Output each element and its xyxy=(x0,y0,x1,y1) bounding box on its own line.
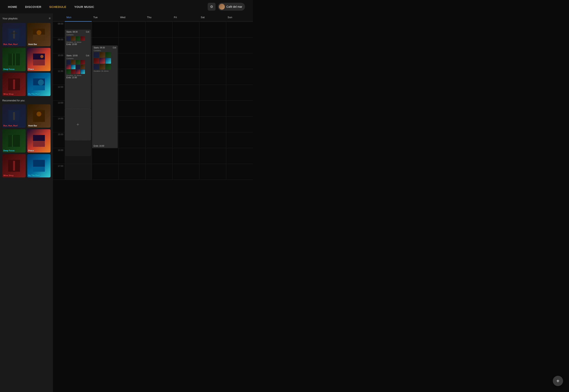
rec-deep-focus[interactable]: Deep Focus xyxy=(2,129,26,153)
tue-thumb-8 xyxy=(106,64,111,70)
cell-thu-1700[interactable] xyxy=(145,164,172,180)
cell-fri-1100[interactable] xyxy=(172,69,199,85)
cell-thu-1300[interactable] xyxy=(145,101,172,117)
cell-tue-0800[interactable] xyxy=(92,22,119,38)
svg-rect-15 xyxy=(33,85,45,90)
cell-thu-1100[interactable] xyxy=(145,69,172,85)
cell-wed-1300[interactable] xyxy=(119,101,145,117)
cell-sat-1000[interactable] xyxy=(199,53,226,69)
cell-mon-1700[interactable] xyxy=(65,164,92,180)
tue-thumb-5 xyxy=(106,58,111,64)
cell-fri-1300[interactable] xyxy=(172,101,199,117)
cell-fri-1400[interactable] xyxy=(172,117,199,132)
cell-thu-1600[interactable] xyxy=(145,148,172,164)
filter-icon[interactable]: ≡ xyxy=(49,17,51,20)
cell-sun-1300[interactable] xyxy=(226,101,253,117)
tue-block-starts: Starts: 09:30 xyxy=(94,47,105,49)
mon-schedule-block-1[interactable]: Starts: 08:30 Edit Contains: Duration: 1… xyxy=(65,30,91,53)
cell-thu-1200[interactable] xyxy=(145,85,172,101)
cal-header-wed[interactable]: Wed xyxy=(119,14,145,22)
cell-tue-1600[interactable] xyxy=(92,148,119,164)
cell-sat-0900[interactable] xyxy=(199,38,226,53)
cell-sun-1000[interactable] xyxy=(226,53,253,69)
playlist-label-4: Wine Shop xyxy=(3,93,14,95)
cell-fri-1500[interactable] xyxy=(172,132,199,148)
mon-schedule-block-2[interactable]: Starts: 10:00 Edit Contains: xyxy=(65,53,91,109)
cell-fri-0800[interactable] xyxy=(172,22,199,38)
user-button[interactable]: Café del mar xyxy=(218,3,245,11)
playlist-peace[interactable]: Peace xyxy=(27,48,51,71)
cell-thu-1400[interactable] xyxy=(145,117,172,132)
cal-header-sat[interactable]: Sat xyxy=(199,14,226,22)
cal-header-tue[interactable]: Tue xyxy=(92,14,119,22)
svg-point-16 xyxy=(38,79,44,85)
svg-rect-2 xyxy=(11,33,17,34)
block2-thumb-6 xyxy=(76,65,80,69)
playlist-label-0: Run, Run, Run! xyxy=(3,43,18,45)
mon-add-block[interactable]: + xyxy=(65,109,91,140)
cell-tue-1700[interactable] xyxy=(92,164,119,180)
nav-schedule[interactable]: SCHEDULE xyxy=(49,5,66,9)
cal-header-fri[interactable]: Fri xyxy=(172,14,199,22)
cell-sat-1400[interactable] xyxy=(199,117,226,132)
cell-sat-1100[interactable] xyxy=(199,69,226,85)
cell-sat-1600[interactable] xyxy=(199,148,226,164)
tue-schedule-block[interactable]: Starts: 09:30 Edit Contains: xyxy=(92,45,118,148)
cell-sat-0800[interactable] xyxy=(199,22,226,38)
rec-peace[interactable]: Peace xyxy=(27,129,51,153)
block2-edit[interactable]: Edit xyxy=(86,55,89,57)
cell-sat-1200[interactable] xyxy=(199,85,226,101)
cell-sat-1700[interactable] xyxy=(199,164,226,180)
cell-fri-1600[interactable] xyxy=(172,148,199,164)
cell-thu-1500[interactable] xyxy=(145,132,172,148)
cell-sun-1100[interactable] xyxy=(226,69,253,85)
rec-by-the-pool[interactable]: By The Pool xyxy=(27,154,51,177)
playlist-run-run-run[interactable]: Run, Run, Run! xyxy=(2,23,26,46)
cell-fri-0900[interactable] xyxy=(172,38,199,53)
cell-thu-0900[interactable] xyxy=(145,38,172,53)
cell-thu-1000[interactable] xyxy=(145,53,172,69)
nav-discover[interactable]: DISCOVER xyxy=(25,5,41,9)
cell-wed-1700[interactable] xyxy=(119,164,145,180)
cell-sun-1400[interactable] xyxy=(226,117,253,132)
cell-sun-1200[interactable] xyxy=(226,85,253,101)
playlist-by-the-pool[interactable]: By The Pool xyxy=(27,73,51,96)
cell-sat-1500[interactable] xyxy=(199,132,226,148)
playlist-deep-focus[interactable]: Deep Focus xyxy=(2,48,26,71)
rec-hotel-bar[interactable]: Hotel Bar xyxy=(27,104,51,128)
cell-wed-1400[interactable] xyxy=(119,117,145,132)
cell-thu-0800[interactable] xyxy=(145,22,172,38)
cell-sun-1700[interactable] xyxy=(226,164,253,180)
cell-sun-1500[interactable] xyxy=(226,132,253,148)
cell-wed-0900[interactable] xyxy=(119,38,145,53)
playlist-hotel-bar[interactable]: Hotel Bar xyxy=(27,23,51,46)
cal-header-mon[interactable]: Mon xyxy=(65,14,92,22)
nav-home[interactable]: HOME xyxy=(8,5,17,9)
nav-your-music[interactable]: YOUR MUSIC xyxy=(74,5,94,9)
cell-sun-0800[interactable] xyxy=(226,22,253,38)
cal-header-sun[interactable]: Sun xyxy=(226,14,253,22)
settings-button[interactable]: ⚙ xyxy=(208,3,216,11)
block1-thumbs xyxy=(66,36,89,41)
playlist-label-2: Deep Focus xyxy=(3,68,15,70)
cell-sat-1300[interactable] xyxy=(199,101,226,117)
cell-fri-1000[interactable] xyxy=(172,53,199,69)
cell-wed-0800[interactable] xyxy=(119,22,145,38)
cell-wed-1200[interactable] xyxy=(119,85,145,101)
cell-sun-0900[interactable] xyxy=(226,38,253,53)
cell-sun-1600[interactable] xyxy=(226,148,253,164)
playlist-wine-shop[interactable]: Wine Shop xyxy=(2,73,26,96)
cell-wed-1000[interactable] xyxy=(119,53,145,69)
rec-run-run-run[interactable]: Run, Run, Run! xyxy=(2,104,26,128)
block2-duration: Duration: 3h 30min xyxy=(66,74,89,76)
cell-fri-1700[interactable] xyxy=(172,164,199,180)
time-1500: 15:00 xyxy=(53,132,65,148)
rec-wine-shop[interactable]: Wine Shop xyxy=(2,154,26,177)
cell-fri-1200[interactable] xyxy=(172,85,199,101)
cell-wed-1600[interactable] xyxy=(119,148,145,164)
cal-header-thu[interactable]: Thu xyxy=(145,14,172,22)
cell-wed-1500[interactable] xyxy=(119,132,145,148)
cell-wed-1100[interactable] xyxy=(119,69,145,85)
tue-block-edit[interactable]: Edit xyxy=(113,47,116,49)
block1-edit[interactable]: Edit xyxy=(86,31,89,33)
